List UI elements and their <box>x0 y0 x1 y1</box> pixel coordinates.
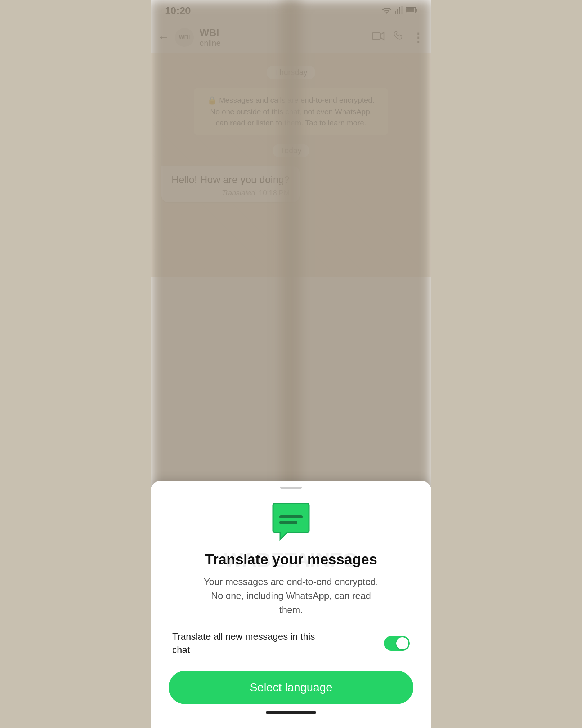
toggle-knob <box>396 637 408 649</box>
toggle-row: Translate all new messages in this chat <box>169 630 413 656</box>
translate-bottom-sheet: WABETAINFO Translate your messages Your … <box>151 481 431 728</box>
title-area: WABETAINFO Translate your messages <box>169 551 413 568</box>
translate-toggle[interactable] <box>384 636 410 651</box>
toggle-label: Translate all new messages in this chat <box>172 630 316 656</box>
sheet-handle <box>280 487 302 489</box>
sheet-description: Your messages are end-to-end encrypted. … <box>201 575 381 617</box>
sheet-title: Translate your messages <box>169 551 413 568</box>
svg-rect-8 <box>279 515 303 518</box>
translate-icon-wrapper <box>169 502 413 541</box>
nav-bar-indicator <box>266 711 316 714</box>
chat-bubble-icon <box>269 502 313 541</box>
svg-rect-9 <box>279 521 297 524</box>
select-language-button[interactable]: Select language <box>169 671 413 704</box>
